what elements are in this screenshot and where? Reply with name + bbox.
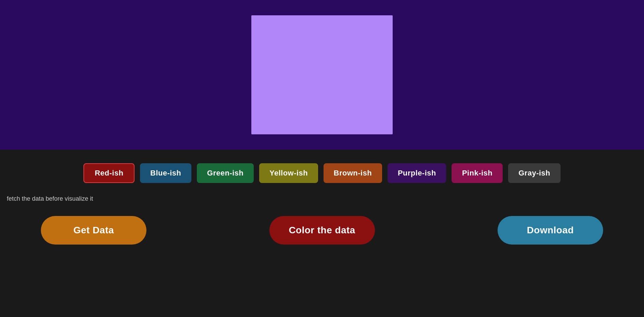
color-btn-green-ish[interactable]: Green-ish [197, 163, 254, 183]
color-btn-pink-ish[interactable]: Pink-ish [452, 163, 503, 183]
color-btn-red-ish[interactable]: Red-ish [83, 163, 135, 183]
color-btn-blue-ish[interactable]: Blue-ish [140, 163, 191, 183]
status-text: fetch the data before visualize it [7, 195, 644, 202]
color-btn-yellow-ish[interactable]: Yellow-ish [259, 163, 318, 183]
action-buttons-row: Get Data Color the data Download [0, 216, 644, 245]
download-button[interactable]: Download [498, 216, 603, 245]
color-buttons-row: Red-ish Blue-ish Green-ish Yellow-ish Br… [0, 163, 644, 183]
preview-box [251, 15, 393, 134]
color-btn-brown-ish[interactable]: Brown-ish [324, 163, 382, 183]
color-btn-purple-ish[interactable]: Purple-ish [388, 163, 446, 183]
color-btn-gray-ish[interactable]: Gray-ish [508, 163, 560, 183]
get-data-button[interactable]: Get Data [41, 216, 146, 245]
bottom-section: Red-ish Blue-ish Green-ish Yellow-ish Br… [0, 150, 644, 317]
top-section [0, 0, 644, 150]
color-data-button[interactable]: Color the data [269, 216, 375, 245]
